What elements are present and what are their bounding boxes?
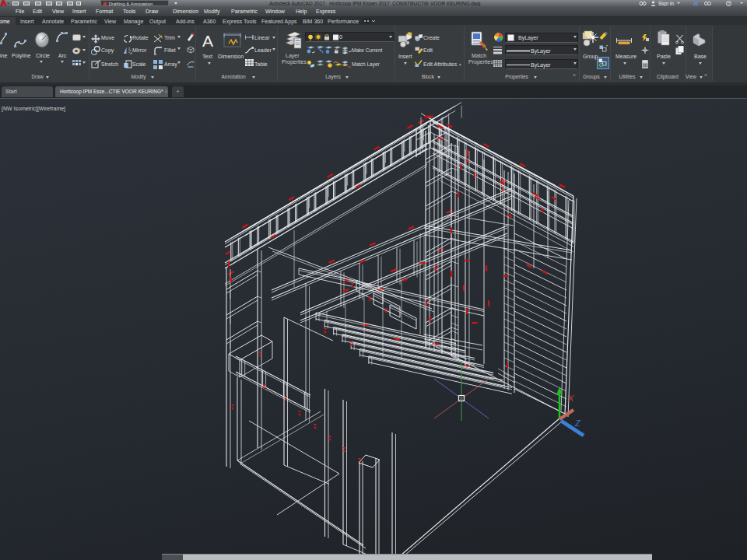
svg-text:X: X <box>567 394 574 403</box>
svg-text:Z: Z <box>574 418 581 428</box>
svg-text:?: ? <box>728 1 730 5</box>
